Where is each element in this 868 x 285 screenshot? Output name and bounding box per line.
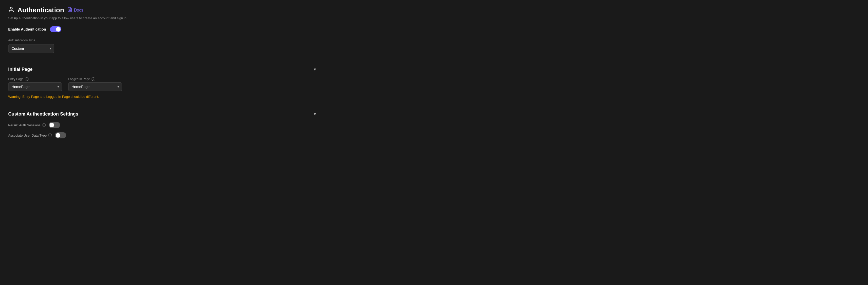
custom-auth-settings-section: Custom Authentication Settings ▾ Persist… [8, 105, 316, 149]
associate-user-data-label-row: Associate User Data Type i [8, 134, 52, 137]
entry-page-label: Entry Page [8, 77, 23, 81]
auth-type-select[interactable]: Custom Firebase Auth0 Supabase [8, 44, 54, 53]
entry-page-field: Entry Page i HomePage LoginPage SignUpPa… [8, 77, 62, 91]
initial-page-section: Initial Page ▾ Entry Page i HomePage Log… [8, 60, 316, 105]
initial-page-title: Initial Page [8, 67, 33, 72]
entry-page-select[interactable]: HomePage LoginPage SignUpPage DashboardP… [8, 82, 62, 91]
persist-auth-info-icon[interactable]: i [42, 123, 45, 127]
auth-type-label: Authentication Type [8, 38, 316, 42]
persist-auth-toggle[interactable] [49, 122, 60, 128]
enable-auth-row: Enable Authentication [8, 26, 316, 32]
auth-type-select-wrapper: Custom Firebase Auth0 Supabase ▾ [8, 44, 54, 53]
auth-type-section: Authentication Type Custom Firebase Auth… [8, 38, 316, 53]
persist-auth-label: Persist Auth Sessions [8, 123, 40, 127]
custom-auth-settings-collapse-icon[interactable]: ▾ [314, 111, 316, 117]
page-header: Authentication Docs [8, 6, 316, 14]
associate-user-data-row: Associate User Data Type i [8, 132, 316, 138]
entry-page-info-icon[interactable]: i [25, 77, 28, 81]
docs-label: Docs [74, 8, 83, 12]
logged-in-page-field: Logged In Page i HomePage LoginPage Sign… [68, 77, 122, 91]
page-title: Authentication [18, 6, 64, 14]
initial-page-header: Initial Page ▾ [8, 66, 316, 72]
logged-in-page-info-icon[interactable]: i [92, 77, 95, 81]
custom-auth-settings-title: Custom Authentication Settings [8, 111, 78, 117]
subtitle: Set up authentication in your app to all… [8, 16, 316, 20]
enable-auth-toggle[interactable] [50, 26, 61, 32]
page-selectors: Entry Page i HomePage LoginPage SignUpPa… [8, 77, 316, 91]
associate-user-data-info-icon[interactable]: i [48, 134, 52, 137]
user-icon [8, 6, 14, 14]
persist-auth-row: Persist Auth Sessions i [8, 122, 316, 128]
logged-in-page-label: Logged In Page [68, 77, 90, 81]
persist-auth-slider [49, 122, 60, 128]
entry-page-select-wrapper: HomePage LoginPage SignUpPage DashboardP… [8, 82, 62, 91]
warning-text: Warning: Entry Page and Logged In Page s… [8, 95, 316, 98]
entry-page-label-row: Entry Page i [8, 77, 62, 81]
toggle-slider [50, 26, 61, 32]
logged-in-page-select-wrapper: HomePage LoginPage SignUpPage DashboardP… [68, 82, 122, 91]
enable-auth-label: Enable Authentication [8, 27, 46, 31]
docs-link[interactable]: Docs [67, 7, 83, 13]
associate-user-data-slider [55, 132, 66, 138]
docs-icon [67, 7, 72, 13]
associate-user-data-label: Associate User Data Type [8, 134, 47, 137]
logged-in-page-label-row: Logged In Page i [68, 77, 122, 81]
logged-in-page-select[interactable]: HomePage LoginPage SignUpPage DashboardP… [68, 82, 122, 91]
persist-auth-label-row: Persist Auth Sessions i [8, 123, 45, 127]
custom-auth-settings-header: Custom Authentication Settings ▾ [8, 111, 316, 117]
svg-point-0 [10, 7, 12, 9]
page-container: Authentication Docs Set up authenticatio… [8, 6, 316, 149]
initial-page-collapse-icon[interactable]: ▾ [314, 66, 316, 72]
associate-user-data-toggle[interactable] [55, 132, 66, 138]
